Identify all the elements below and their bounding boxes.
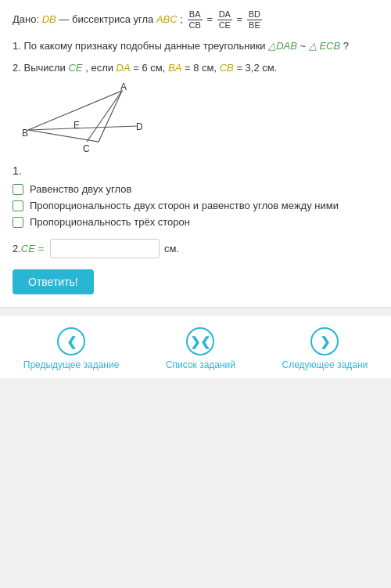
fraction-bd-be: BD BE: [247, 9, 262, 31]
da-val: = 6 см,: [133, 62, 168, 74]
answer-row: 2. CE = см.: [13, 239, 378, 258]
checkbox-label-3: Пропорциональность трёх сторон: [30, 216, 190, 228]
checkbox-group: Равенство двух углов Пропорциональность …: [13, 183, 378, 228]
fraction-denominator: CE: [217, 20, 232, 31]
unit-label: см.: [164, 243, 179, 254]
given-middle: — биссектриса угла: [59, 13, 156, 25]
fraction-denominator: BE: [247, 20, 262, 31]
db-label: DB: [42, 13, 56, 25]
geometry-diagram: B A E D C: [20, 83, 161, 153]
fraction-denominator: CB: [188, 20, 203, 31]
q2-number: 2.: [13, 62, 23, 74]
nav-next[interactable]: ❯ Следующее задани: [282, 327, 368, 370]
checkbox-1[interactable]: [13, 184, 23, 195]
checkbox-3[interactable]: [13, 217, 23, 228]
fraction-numerator: BA: [188, 9, 203, 20]
equals1: =: [206, 13, 215, 25]
prev-label: Предыдущее задание: [23, 359, 120, 370]
q1-text: По какому признаку подобны данные треуго…: [23, 40, 268, 52]
q2-if: , если: [85, 62, 116, 74]
checkbox-item-2[interactable]: Пропорциональность двух сторон и равенст…: [13, 200, 378, 211]
nav-list[interactable]: ❯❮ Список заданий: [166, 327, 235, 370]
checkbox-label-2: Пропорциональность двух сторон и равенст…: [30, 200, 339, 211]
svg-marker-0: [28, 91, 122, 142]
prev-icon: ❮: [57, 327, 85, 355]
given-section: Дано: DB — биссектриса угла ABC ; BA CB …: [13, 9, 378, 31]
question2: 2. Вычисли CE , если DA = 6 см, BA = 8 с…: [13, 60, 378, 76]
semicolon: ;: [180, 13, 185, 25]
triangle2-label: △ ECB: [309, 40, 340, 52]
checkbox-item-3[interactable]: Пропорциональность трёх сторон: [13, 216, 378, 228]
ce-label-q2: CE: [68, 62, 82, 74]
ba-val: = 8 см,: [185, 62, 220, 74]
q2-text: Вычисли: [23, 62, 68, 74]
ba-label: BA: [168, 62, 181, 74]
q1-qmark: ?: [343, 40, 349, 52]
diagram-container: B A E D C: [13, 83, 378, 153]
da-label: DA: [117, 62, 131, 74]
label-A: A: [120, 83, 127, 92]
main-content: Дано: DB — биссектриса угла ABC ; BA CB …: [0, 0, 391, 308]
cb-val: = 3,2 см.: [236, 62, 277, 74]
lower-background: [0, 378, 391, 588]
fraction-ba-cb: BA CB: [188, 9, 203, 31]
ce-answer-label: CE =: [21, 243, 44, 254]
label-E: E: [74, 120, 80, 131]
fraction-numerator: BD: [247, 9, 262, 20]
next-icon: ❯: [310, 327, 339, 355]
list-icon: ❯❮: [186, 327, 214, 355]
cb-label: CB: [220, 62, 234, 74]
section1-label: 1.: [13, 164, 378, 177]
checkbox-2[interactable]: [13, 200, 23, 211]
fraction-da-ce: DA CE: [217, 9, 232, 31]
tilde: ~: [300, 40, 309, 52]
list-label: Список заданий: [166, 359, 235, 370]
nav-bar: ❮ Предыдущее задание ❯❮ Список заданий ❯…: [0, 316, 391, 378]
nav-prev[interactable]: ❮ Предыдущее задание: [23, 327, 120, 370]
svg-line-1: [28, 126, 138, 130]
next-label: Следующее задани: [282, 359, 368, 370]
submit-button[interactable]: Ответить!: [13, 269, 94, 294]
ce-input[interactable]: [50, 239, 160, 258]
label-C: C: [83, 143, 90, 153]
label-D: D: [136, 121, 143, 132]
abc-label: ABC: [156, 13, 178, 25]
checkbox-label-1: Равенство двух углов: [30, 183, 131, 195]
checkbox-item-1[interactable]: Равенство двух углов: [13, 183, 378, 195]
fraction-numerator: DA: [217, 9, 232, 20]
equals2: =: [237, 13, 246, 25]
q1-number: 1.: [13, 40, 23, 52]
label-B: B: [22, 128, 28, 139]
section2-prefix: 2.: [13, 243, 21, 254]
given-prefix: Дано:: [13, 13, 42, 25]
question1: 1. По какому признаку подобны данные тре…: [13, 38, 378, 54]
triangle1-label: △DAB: [268, 40, 297, 52]
